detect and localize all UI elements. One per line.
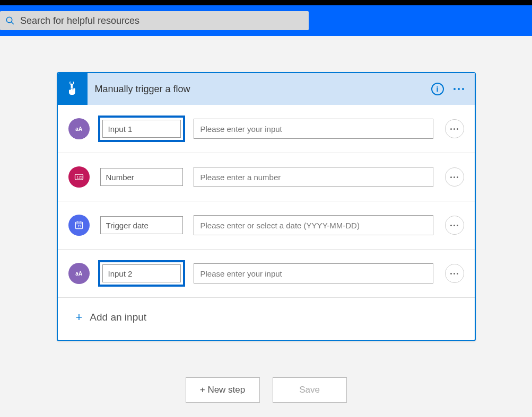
svg-text:21: 21 (77, 225, 81, 228)
input-name-4-highlight (98, 260, 185, 287)
text-type-icon: aA (68, 118, 90, 139)
new-step-button[interactable]: + New step (186, 377, 260, 403)
input-placeholder-4[interactable] (194, 263, 433, 283)
input-placeholder-1[interactable] (194, 119, 433, 139)
input-row-1-more[interactable] (445, 119, 464, 138)
input-name-2-wrap (98, 166, 185, 188)
number-type-icon: 123 (68, 166, 90, 188)
input-name-4[interactable] (102, 264, 181, 282)
add-input-label: Add an input (90, 312, 146, 323)
search-box[interactable] (0, 11, 309, 30)
input-placeholder-2[interactable] (194, 167, 433, 187)
trigger-title: Manually trigger a flow (95, 84, 431, 95)
flow-canvas: Manually trigger a flow i aA (0, 36, 532, 403)
input-row-4: aA (58, 250, 475, 298)
add-input-button[interactable]: + Add an input (58, 298, 475, 340)
svg-point-0 (6, 17, 12, 23)
input-row-2-more[interactable] (445, 167, 464, 187)
plus-icon: + (76, 310, 83, 324)
info-icon[interactable]: i (431, 83, 444, 95)
trigger-header[interactable]: Manually trigger a flow i (58, 73, 475, 105)
trigger-more-button[interactable] (453, 88, 464, 90)
input-row-2: 123 (58, 153, 475, 201)
svg-text:aA: aA (75, 271, 82, 277)
window-top-border (0, 0, 532, 5)
input-row-1: aA (58, 105, 475, 153)
input-name-1-highlight (98, 116, 185, 142)
trigger-card: Manually trigger a flow i aA (57, 72, 476, 341)
text-type-icon-2: aA (68, 263, 90, 284)
input-name-1[interactable] (102, 120, 181, 138)
input-row-4-more[interactable] (445, 264, 464, 283)
input-name-3-wrap (98, 214, 185, 236)
svg-text:aA: aA (75, 126, 82, 132)
bottom-button-bar: + New step Save (186, 377, 347, 403)
save-button[interactable]: Save (273, 377, 347, 403)
input-placeholder-3[interactable] (194, 215, 433, 235)
search-input[interactable] (20, 15, 303, 26)
svg-line-1 (11, 22, 14, 24)
svg-text:123: 123 (76, 175, 82, 179)
trigger-icon (58, 73, 88, 105)
input-row-3-more[interactable] (445, 216, 464, 235)
input-row-3: 21 (58, 201, 475, 250)
date-type-icon: 21 (68, 215, 90, 236)
input-name-2[interactable] (100, 168, 183, 186)
top-bar (0, 5, 532, 36)
search-icon (5, 16, 15, 25)
input-name-3[interactable] (100, 216, 183, 234)
